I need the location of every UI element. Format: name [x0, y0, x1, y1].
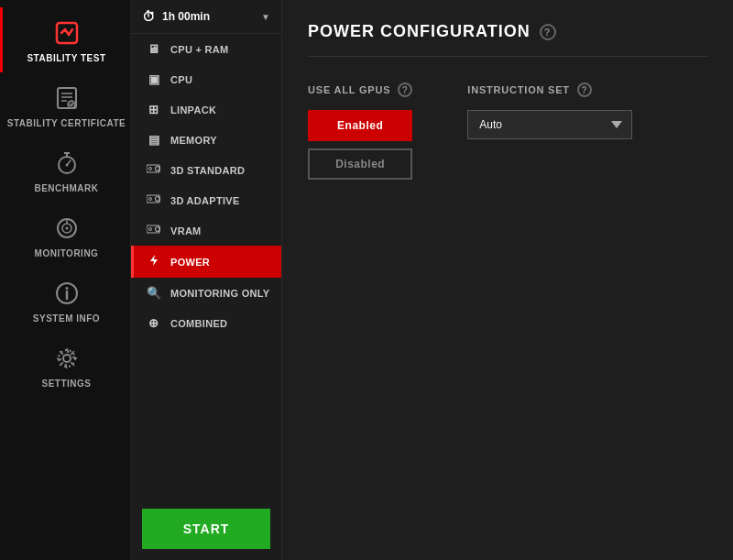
- mid-item-cpu-ram-label: CPU + RAM: [170, 44, 229, 55]
- mid-item-vram-label: VRAM: [170, 225, 202, 236]
- sidebar-item-stability-certificate[interactable]: STABILITY CERTIFICATE: [0, 72, 130, 137]
- sidebar-item-monitoring[interactable]: MONITORING: [0, 203, 130, 268]
- mid-item-combined-label: COMBINED: [170, 318, 227, 329]
- use-all-gpus-label: USE ALL GPUS ?: [308, 82, 412, 97]
- sidebar-item-stability-certificate-label: STABILITY CERTIFICATE: [7, 118, 126, 128]
- sidebar-item-stability-test[interactable]: STABILITY TEST: [0, 7, 130, 72]
- mid-item-vram[interactable]: VRAM: [131, 215, 281, 246]
- start-button[interactable]: START: [142, 509, 270, 549]
- svg-point-10: [65, 164, 68, 167]
- mid-item-power-label: POWER: [170, 257, 210, 268]
- search-icon: 🔍: [145, 286, 163, 300]
- cpu-ram-icon: 🖥: [145, 42, 163, 56]
- sidebar-item-settings[interactable]: SETTINGS: [0, 333, 130, 398]
- main-content: POWER CONFIGURATION ? USE ALL GPUS ? Ena…: [282, 0, 733, 560]
- instruction-set-label: INSTRUCTION SET ?: [467, 82, 632, 97]
- mid-item-3d-adaptive-label: 3D ADAPTIVE: [170, 195, 240, 206]
- monitoring-icon: [50, 212, 83, 245]
- 3d-adaptive-icon: [145, 193, 163, 207]
- instruction-set-select[interactable]: Auto SSE AVX AVX2: [467, 110, 632, 139]
- config-row: USE ALL GPUS ? Enabled Disabled INSTRUCT…: [308, 82, 707, 180]
- info-icon: [50, 277, 83, 310]
- mid-item-cpu[interactable]: ▣ CPU: [131, 64, 281, 94]
- sidebar-item-settings-label: SETTINGS: [41, 379, 91, 389]
- sidebar-item-benchmark[interactable]: BENCHMARK: [0, 137, 130, 203]
- mid-item-3d-adaptive[interactable]: 3D ADAPTIVE: [131, 185, 281, 215]
- gear-icon: [50, 342, 83, 375]
- svg-point-28: [149, 228, 152, 231]
- vram-icon: [145, 224, 163, 237]
- cpu-icon: ▣: [145, 72, 163, 86]
- sidebar-item-system-info-label: SYSTEM INFO: [33, 313, 100, 324]
- section-title: POWER CONFIGURATION ?: [308, 22, 707, 57]
- mid-item-cpu-label: CPU: [170, 74, 192, 85]
- dash-icon: [50, 16, 83, 49]
- svg-point-17: [65, 287, 68, 290]
- title-help-icon[interactable]: ?: [540, 24, 556, 40]
- sidebar-item-monitoring-label: MONITORING: [35, 248, 99, 258]
- disabled-button[interactable]: Disabled: [308, 148, 412, 180]
- sidebar-mid: ⏱ 1h 00min ▼ 🖥 CPU + RAM ▣ CPU ⊞ LINPACK…: [131, 0, 282, 560]
- memory-icon: ▤: [145, 133, 163, 147]
- mid-item-cpu-ram[interactable]: 🖥 CPU + RAM: [131, 34, 281, 64]
- mid-item-3d-standard-label: 3D STANDARD: [170, 165, 245, 176]
- mid-item-monitoring-only[interactable]: 🔍 MONITORING ONLY: [131, 278, 281, 308]
- combined-icon: ⊕: [145, 316, 163, 330]
- time-label: 1h 00min: [162, 10, 210, 23]
- mid-item-memory-label: MEMORY: [170, 135, 217, 146]
- sidebar-item-benchmark-label: BENCHMARK: [34, 183, 98, 193]
- 3d-standard-icon: [145, 163, 163, 177]
- mid-item-power[interactable]: POWER: [131, 246, 281, 278]
- mid-item-memory[interactable]: ▤ MEMORY: [131, 125, 281, 155]
- use-all-gpus-group: USE ALL GPUS ? Enabled Disabled: [308, 82, 412, 180]
- svg-point-22: [149, 168, 152, 170]
- svg-point-18: [63, 355, 71, 362]
- time-selector[interactable]: ⏱ 1h 00min ▼: [131, 0, 281, 34]
- enabled-button[interactable]: Enabled: [308, 110, 412, 141]
- use-all-gpus-help-icon[interactable]: ?: [398, 82, 412, 97]
- svg-point-13: [65, 227, 68, 230]
- certificate-icon: [50, 82, 83, 115]
- lightning-icon: [145, 254, 163, 269]
- start-button-wrap: START: [131, 498, 281, 560]
- sidebar-item-stability-test-label: STABILITY TEST: [27, 53, 105, 63]
- mid-item-linpack-label: LINPACK: [170, 104, 216, 115]
- linpack-icon: ⊞: [145, 103, 163, 116]
- stopwatch-icon: [50, 147, 83, 180]
- mid-item-3d-standard[interactable]: 3D STANDARD: [131, 155, 281, 185]
- instruction-set-help-icon[interactable]: ?: [577, 82, 592, 97]
- clock-icon: ⏱: [142, 9, 155, 24]
- mid-item-combined[interactable]: ⊕ COMBINED: [131, 308, 281, 338]
- sidebar-left: STABILITY TEST STABILITY CERTIFICATE: [0, 0, 131, 560]
- mid-item-linpack[interactable]: ⊞ LINPACK: [131, 94, 281, 125]
- page-title: POWER CONFIGURATION: [308, 22, 531, 41]
- mid-item-monitoring-only-label: MONITORING ONLY: [170, 288, 269, 299]
- chevron-down-icon: ▼: [261, 12, 270, 22]
- instruction-set-group: INSTRUCTION SET ? Auto SSE AVX AVX2: [467, 82, 632, 139]
- svg-point-25: [149, 198, 152, 201]
- sidebar-item-system-info[interactable]: SYSTEM INFO: [0, 268, 130, 333]
